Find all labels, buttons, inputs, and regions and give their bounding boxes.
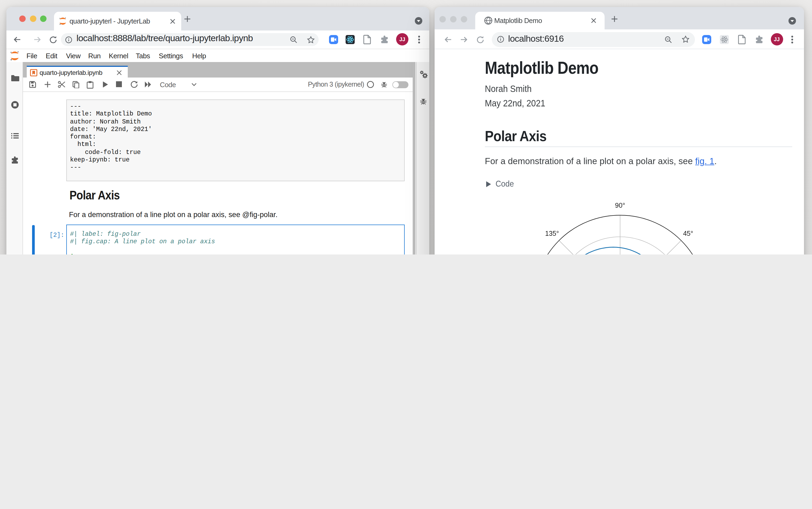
svg-text:135°: 135° [545,229,559,237]
svg-text:90°: 90° [615,201,625,209]
svg-text:45°: 45° [683,229,693,237]
